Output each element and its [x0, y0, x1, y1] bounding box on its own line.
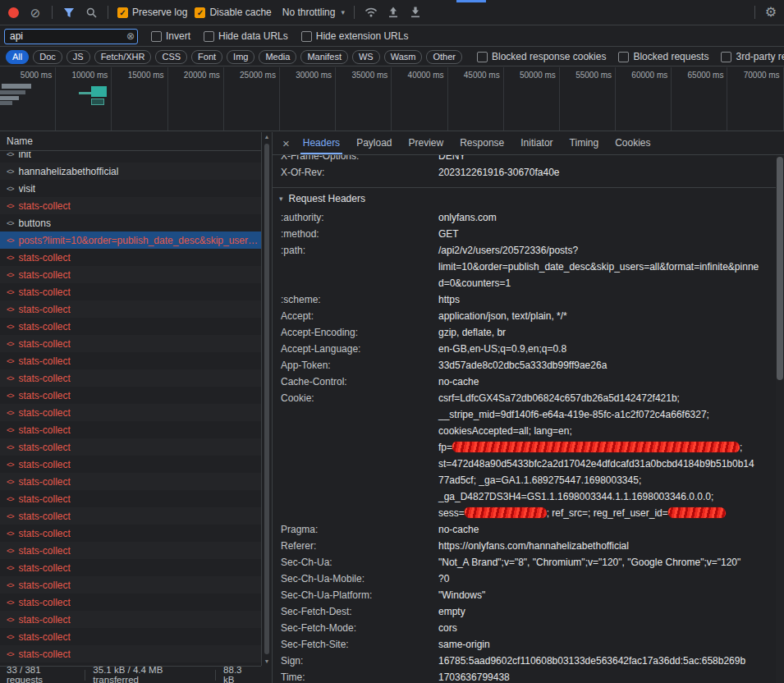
request-row[interactable]: <>stats-collect: [0, 421, 261, 438]
request-row[interactable]: <>stats-collect: [0, 249, 261, 266]
network-conditions-button[interactable]: [364, 5, 378, 20]
network-conditions-icon: [364, 7, 378, 17]
request-row[interactable]: <>stats-collect: [0, 473, 261, 490]
blocked-requests-checkbox-box[interactable]: [618, 52, 629, 62]
filter-checkbox-group: InvertHide data URLsHide extension URLs: [151, 30, 408, 42]
filter-chip-ws[interactable]: WS: [352, 50, 380, 64]
3rd-party-requests-checkbox-label: 3rd-party requests: [736, 51, 784, 62]
request-row[interactable]: <>stats-collect: [0, 490, 261, 507]
tab-response[interactable]: Response: [452, 132, 512, 154]
preserve-log-checkbox[interactable]: ✓Preserve log: [117, 7, 187, 18]
scroll-up-icon[interactable]: ▲: [262, 134, 272, 140]
request-row[interactable]: <>stats-collect: [0, 283, 261, 300]
request-row[interactable]: <>visit: [0, 180, 261, 197]
request-row[interactable]: <>stats-collect: [0, 542, 261, 559]
request-row[interactable]: <>buttons: [0, 214, 261, 231]
request-row[interactable]: <>posts?limit=10&order=publish_date_desc…: [0, 231, 261, 249]
request-row[interactable]: <>stats-collect: [0, 611, 261, 628]
tab-initiator[interactable]: Initiator: [512, 132, 561, 154]
filter-chip-font[interactable]: Font: [191, 50, 222, 64]
network-overview-timeline[interactable]: 5000 ms10000 ms15000 ms20000 ms25000 ms3…: [0, 67, 784, 131]
filter-chip-other[interactable]: Other: [426, 50, 462, 64]
filter-chip-manifest[interactable]: Manifest: [300, 50, 348, 64]
preserve-log-checkbox-box[interactable]: ✓: [117, 7, 128, 18]
request-type-icon: <>: [7, 461, 14, 469]
filter-chip-media[interactable]: Media: [259, 50, 296, 64]
request-row[interactable]: <>stats-collect: [0, 456, 261, 473]
request-row[interactable]: <>stats-collect: [0, 645, 261, 662]
filter-chip-js[interactable]: JS: [66, 50, 90, 64]
filter-chip-all[interactable]: All: [6, 50, 29, 64]
disable-cache-checkbox[interactable]: ✓Disable cache: [195, 7, 271, 18]
filter-chip-img[interactable]: Img: [227, 50, 254, 64]
request-row[interactable]: <>init: [0, 152, 261, 163]
clear-filter-icon[interactable]: ⊗: [126, 31, 135, 41]
3rd-party-requests-checkbox-box[interactable]: [721, 52, 731, 62]
tab-timing[interactable]: Timing: [562, 132, 607, 154]
request-row[interactable]: <>stats-collect: [0, 318, 261, 335]
tab-payload[interactable]: Payload: [348, 132, 400, 154]
filter-toggle-button[interactable]: [62, 5, 76, 20]
tab-preview[interactable]: Preview: [401, 132, 452, 154]
throttling-select[interactable]: No throttling ▾: [282, 7, 345, 18]
export-har-button[interactable]: [386, 5, 401, 20]
request-type-icon: <>: [7, 409, 14, 417]
request-row[interactable]: <>stats-collect: [0, 507, 261, 525]
hide-extension-urls-checkbox[interactable]: Hide extension URLs: [301, 30, 409, 42]
3rd-party-requests-checkbox[interactable]: 3rd-party requests: [721, 51, 784, 62]
blocked-response-cookies-checkbox[interactable]: Blocked response cookies: [477, 51, 606, 62]
request-row[interactable]: <>stats-collect: [0, 628, 261, 645]
request-row[interactable]: <>stats-collect: [0, 369, 261, 387]
name-column-header[interactable]: Name: [0, 132, 261, 151]
close-details-icon[interactable]: ×: [282, 137, 290, 149]
request-type-icon: <>: [7, 357, 14, 365]
request-type-icon: <>: [7, 495, 14, 503]
request-row[interactable]: <>stats-collect: [0, 404, 261, 421]
request-row[interactable]: <>stats-collect: [0, 525, 261, 542]
scrollbar-thumb[interactable]: [264, 144, 269, 654]
request-row[interactable]: <>stats-collect: [0, 387, 261, 404]
filter-chip-css[interactable]: CSS: [155, 50, 187, 64]
filter-chip-fetch-xhr[interactable]: Fetch/XHR: [94, 50, 152, 64]
filter-input[interactable]: [10, 30, 122, 42]
chevron-down-icon: ▾: [341, 8, 345, 16]
hide-data-urls-checkbox[interactable]: Hide data URLs: [204, 30, 288, 42]
request-type-icon: <>: [7, 650, 14, 658]
requests-scrollbar[interactable]: ▲ ▼: [261, 132, 272, 666]
scroll-down-icon[interactable]: ▼: [262, 658, 272, 664]
request-row[interactable]: <>stats-collect: [0, 438, 261, 456]
request-row[interactable]: <>stats-collect: [0, 594, 261, 611]
details-scrollbar[interactable]: [776, 155, 784, 683]
header-row: Referer:https://onlyfans.com/hannaheliza…: [273, 538, 776, 554]
request-type-icon: <>: [7, 305, 14, 314]
request-row[interactable]: <>stats-collect: [0, 266, 261, 283]
request-row[interactable]: <>hannahelizabethofficial: [0, 163, 261, 180]
disable-cache-checkbox-box[interactable]: ✓: [195, 7, 205, 18]
filter-chip-doc[interactable]: Doc: [33, 50, 62, 64]
invert-checkbox[interactable]: Invert: [151, 30, 190, 42]
request-row[interactable]: <>stats-collect: [0, 197, 261, 214]
record-button[interactable]: [6, 5, 21, 20]
tab-cookies[interactable]: Cookies: [607, 132, 658, 154]
blocked-requests-checkbox[interactable]: Blocked requests: [618, 51, 708, 62]
request-row[interactable]: <>stats-collect: [0, 576, 261, 594]
request-row[interactable]: <>stats-collect: [0, 300, 261, 318]
hide-extension-urls-checkbox-box[interactable]: [301, 31, 312, 42]
request-row[interactable]: <>stats-collect: [0, 335, 261, 352]
invert-checkbox-box[interactable]: [151, 31, 162, 42]
request-headers-section[interactable]: ▾Request Headers: [273, 187, 776, 209]
header-value: 1703636799438: [438, 669, 776, 683]
request-row[interactable]: <>stats-collect: [0, 559, 261, 576]
tab-headers[interactable]: Headers: [295, 132, 348, 154]
import-har-button[interactable]: [408, 5, 423, 20]
clear-button[interactable]: ⊘: [28, 5, 43, 20]
filter-chip-wasm[interactable]: Wasm: [384, 50, 423, 64]
search-button[interactable]: [84, 5, 99, 20]
hide-data-urls-checkbox-box[interactable]: [204, 31, 214, 42]
timeline-tick: 20000 ms: [168, 67, 224, 131]
blocked-response-cookies-checkbox-box[interactable]: [477, 52, 488, 62]
header-row: Sec-Ch-Ua-Platform:"Windows": [273, 587, 776, 603]
scrollbar-thumb[interactable]: [777, 157, 783, 380]
request-row[interactable]: <>stats-collect: [0, 352, 261, 369]
settings-button[interactable]: ⚙: [763, 5, 778, 20]
